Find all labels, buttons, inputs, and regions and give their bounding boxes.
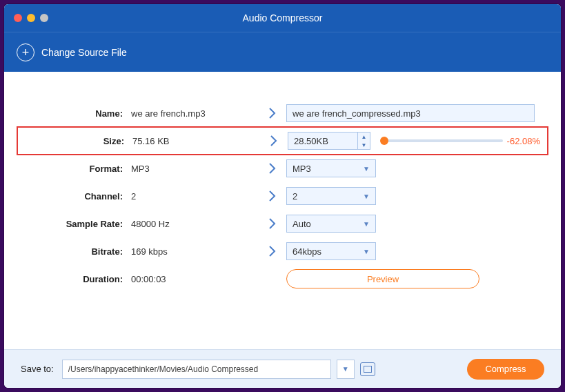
- row-name: Name: we are french.mp3: [21, 99, 544, 127]
- footer: Save to: ▼ Compress: [4, 349, 561, 388]
- window-controls: [4, 14, 48, 22]
- output-name-input[interactable]: [286, 104, 535, 122]
- label-format: Format:: [21, 164, 131, 174]
- orig-duration: 00:00:03: [131, 274, 259, 284]
- size-percentage: -62.08%: [507, 136, 540, 146]
- title-bar: Audio Compressor: [4, 4, 561, 32]
- label-duration: Duration:: [21, 274, 131, 284]
- orig-bitrate: 169 kbps: [131, 246, 259, 257]
- channel-select[interactable]: 2 ▼: [286, 187, 376, 205]
- preview-label: Preview: [367, 274, 399, 284]
- change-source-button[interactable]: + Change Source File: [17, 43, 127, 61]
- compress-label: Compress: [485, 364, 526, 374]
- arrow-icon: [259, 163, 286, 174]
- chevron-down-icon: ▼: [363, 220, 370, 228]
- spinner-up-icon[interactable]: ▲: [358, 133, 370, 141]
- row-format: Format: MP3 MP3 ▼: [21, 155, 544, 182]
- toolbar: + Change Source File: [4, 32, 561, 72]
- label-name: Name:: [21, 108, 131, 119]
- save-to-label: Save to:: [21, 364, 54, 374]
- chevron-down-icon: ▼: [363, 165, 370, 173]
- label-size: Size:: [22, 136, 132, 146]
- sample-rate-select-value: Auto: [293, 219, 311, 229]
- label-sample-rate: Sample Rate:: [21, 219, 131, 229]
- orig-channel: 2: [131, 191, 259, 202]
- channel-select-value: 2: [293, 191, 297, 202]
- content-area: Name: we are french.mp3 Size: 75.16 KB 2…: [4, 72, 561, 349]
- arrow-icon: [259, 218, 286, 229]
- row-sample-rate: Sample Rate: 48000 Hz Auto ▼: [21, 210, 544, 237]
- minimize-icon[interactable]: [27, 14, 35, 22]
- format-select-value: MP3: [293, 164, 311, 174]
- arrow-icon: [259, 108, 286, 119]
- bitrate-select-value: 64kbps: [293, 246, 321, 257]
- orig-sample-rate: 48000 Hz: [131, 219, 259, 229]
- row-channel: Channel: 2 2 ▼: [21, 182, 544, 210]
- orig-format: MP3: [131, 164, 259, 174]
- compress-button[interactable]: Compress: [467, 359, 544, 380]
- label-channel: Channel:: [21, 191, 131, 202]
- maximize-icon[interactable]: [40, 14, 48, 22]
- row-duration: Duration: 00:00:03 Preview: [21, 265, 544, 293]
- window-title: Audio Compressor: [4, 12, 561, 23]
- orig-size: 75.16 KB: [132, 136, 260, 146]
- preview-button[interactable]: Preview: [286, 269, 479, 288]
- slider-thumb[interactable]: [380, 137, 388, 145]
- bitrate-select[interactable]: 64kbps ▼: [286, 242, 376, 260]
- arrow-icon: [259, 246, 286, 257]
- label-bitrate: Bitrate:: [21, 246, 131, 257]
- plus-icon: +: [17, 43, 34, 61]
- output-size-spinner[interactable]: 28.50KB ▲ ▼: [288, 132, 370, 150]
- spinner-buttons: ▲ ▼: [357, 133, 370, 149]
- close-icon[interactable]: [14, 14, 22, 22]
- change-source-label: Change Source File: [41, 47, 127, 58]
- orig-name: we are french.mp3: [131, 108, 259, 119]
- save-path-group: ▼: [62, 360, 459, 379]
- size-slider[interactable]: -62.08%: [377, 136, 543, 146]
- slider-track: [384, 139, 503, 142]
- save-path-input[interactable]: [62, 360, 331, 379]
- row-bitrate: Bitrate: 169 kbps 64kbps ▼: [21, 237, 544, 265]
- spinner-down-icon[interactable]: ▼: [358, 141, 370, 149]
- save-path-dropdown[interactable]: ▼: [337, 360, 355, 379]
- row-size: Size: 75.16 KB 28.50KB ▲ ▼ -62.08%: [17, 126, 548, 155]
- chevron-down-icon: ▼: [363, 248, 370, 255]
- arrow-icon: [259, 190, 286, 202]
- open-folder-button[interactable]: [360, 362, 375, 376]
- app-window: Audio Compressor + Change Source File Na…: [4, 4, 561, 388]
- chevron-down-icon: ▼: [363, 193, 370, 200]
- format-select[interactable]: MP3 ▼: [286, 159, 376, 177]
- output-size-value: 28.50KB: [288, 136, 357, 146]
- arrow-icon: [260, 135, 288, 146]
- sample-rate-select[interactable]: Auto ▼: [286, 215, 376, 233]
